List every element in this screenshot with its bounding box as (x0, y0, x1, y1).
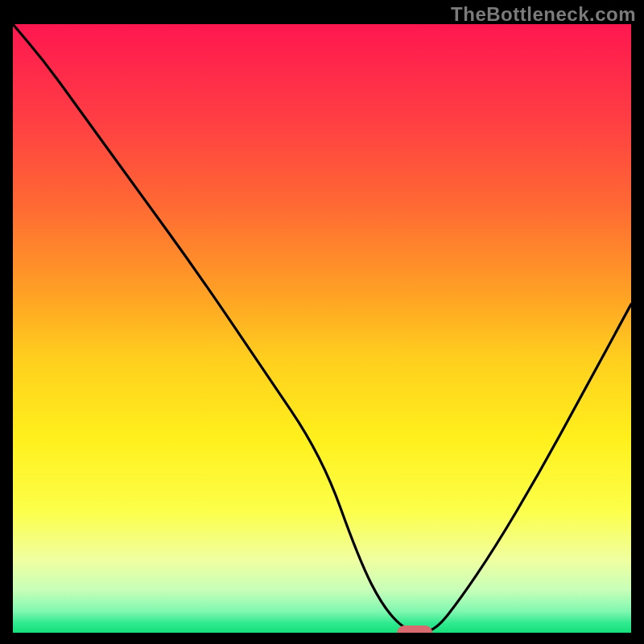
chart-stage: TheBottleneck.com (0, 0, 644, 644)
chart-svg (13, 24, 631, 633)
chart-plot-area (13, 24, 631, 633)
watermark-label: TheBottleneck.com (451, 3, 636, 26)
gradient-background (13, 24, 631, 633)
optimal-point-marker (397, 625, 432, 633)
